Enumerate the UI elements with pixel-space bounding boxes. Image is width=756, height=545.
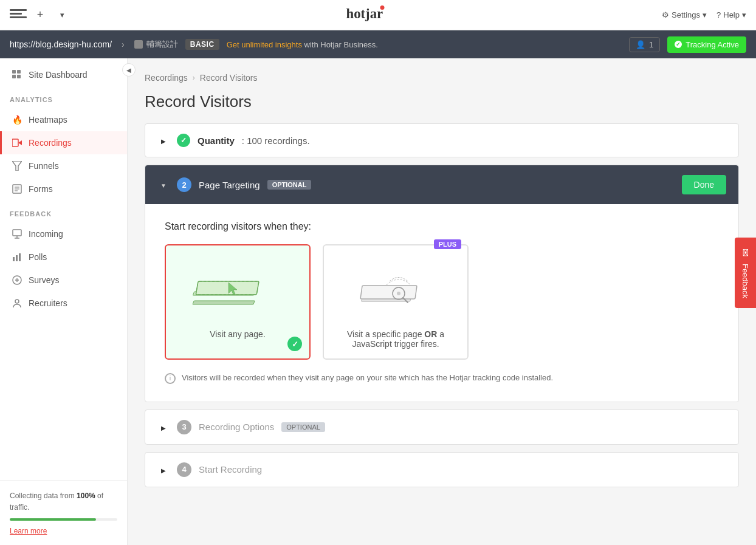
feedback-section-label: FEEDBACK [0, 201, 127, 222]
svg-marker-8 [12, 161, 22, 171]
optional-badge: OPTIONAL [267, 180, 312, 190]
help-button[interactable]: ? Help ▾ [716, 10, 746, 19]
sidebar-toggle[interactable]: ◀ [122, 63, 136, 77]
svg-rect-29 [360, 286, 417, 299]
visit-specific-option[interactable]: PLUS [323, 244, 469, 360]
sidebar-item-label: Funnels [29, 161, 59, 171]
page-targeting-toggle[interactable] [157, 179, 170, 191]
info-text: Visitors will be recorded when they visi… [182, 372, 553, 385]
recording-icon [12, 137, 22, 148]
breadcrumb: Recordings › Record Visitors [145, 73, 739, 83]
breadcrumb-current: Record Visitors [200, 73, 258, 83]
sidebar-item-recruiters[interactable]: Recruiters [0, 292, 127, 315]
settings-icon: ⚙ [662, 10, 669, 19]
breadcrumb-parent[interactable]: Recordings [145, 73, 188, 83]
feedback-tab[interactable]: ✉ Feedback [735, 237, 756, 307]
svg-rect-4 [12, 75, 16, 78]
sidebar-item-recordings[interactable]: Recordings [0, 131, 127, 154]
targeting-options: Visit any page. ✓ PLUS [165, 244, 719, 360]
recording-options-title: Recording Options [199, 422, 274, 432]
main-content: Recordings › Record Visitors Record Visi… [128, 58, 756, 545]
sidebar-item-incoming[interactable]: Incoming [0, 222, 127, 245]
visit-specific-label: Visit a specific page OR a JavaScript tr… [334, 329, 458, 349]
start-recording-title: Start Recording [199, 464, 262, 475]
site-label: 輔籌設計 [134, 39, 178, 50]
info-row: i Visitors will be recorded when they vi… [165, 372, 719, 385]
quantity-toggle[interactable] [157, 134, 170, 146]
targeting-content: Start recording visitors when they: [145, 204, 738, 402]
upgrade-text: Get unlimited insights with Hotjar Busin… [227, 39, 378, 49]
sidebar-item-site-dashboard[interactable]: Site Dashboard [0, 63, 127, 86]
page-title: Record Visitors [145, 92, 739, 111]
svg-marker-7 [18, 140, 22, 145]
flame-icon: 🔥 [12, 114, 22, 125]
breadcrumb-arrow-icon: › [193, 74, 195, 82]
quantity-header[interactable]: ✓ Quantity : 100 recordings. [145, 124, 738, 157]
sidebar-item-label: Polls [29, 252, 47, 262]
plus-badge: PLUS [434, 239, 461, 249]
recording-options-header[interactable]: 3 Recording Options OPTIONAL [145, 410, 738, 444]
tracking-badge: Tracking Active [667, 36, 746, 53]
page-targeting-header[interactable]: 2 Page Targeting OPTIONAL Done [145, 165, 738, 204]
sidebar-item-label: Heatmaps [29, 115, 67, 125]
top-nav: + ▾ hotjar ⚙ Settings ▾ ? Help ▾ [0, 0, 756, 30]
sidebar-item-heatmaps[interactable]: 🔥 Heatmaps [0, 108, 127, 131]
svg-rect-5 [17, 75, 21, 78]
svg-point-22 [15, 300, 19, 303]
url-bar: https://blog.design-hu.com/ › 輔籌設計 BASIC… [0, 30, 756, 58]
start-recording-header[interactable]: 4 Start Recording [145, 453, 738, 487]
page-targeting-title: Page Targeting [199, 180, 260, 190]
visit-any-check-icon: ✓ [287, 337, 302, 351]
site-icon [134, 40, 143, 49]
start-recording-toggle[interactable] [157, 464, 170, 476]
sidebar-item-label: Site Dashboard [29, 70, 88, 80]
step-num-4: 4 [177, 462, 191, 477]
visit-any-option[interactable]: Visit any page. ✓ [165, 244, 311, 360]
traffic-bar-fill [10, 518, 96, 521]
quantity-value: : 100 recordings. [242, 135, 310, 146]
svg-point-31 [397, 292, 400, 295]
svg-rect-25 [196, 281, 259, 295]
tracking-dot-icon [675, 41, 682, 48]
sidebar-item-surveys[interactable]: Surveys [0, 269, 127, 292]
sidebar-item-label: Recruiters [29, 298, 67, 308]
start-recording-section: 4 Start Recording [145, 452, 739, 487]
sidebar-item-label: Surveys [29, 275, 60, 285]
collecting-text: Collecting data from 100% of traffic. [10, 490, 117, 513]
analytics-section-label: ANALYTICS [0, 86, 127, 108]
sidebar-item-forms[interactable]: Forms [0, 177, 127, 201]
done-button[interactable]: Done [682, 175, 726, 194]
visit-specific-illustration [334, 255, 458, 322]
dashboard-grid-icon[interactable] [10, 9, 27, 21]
svg-rect-16 [13, 257, 15, 261]
upgrade-link[interactable]: Get unlimited insights [227, 40, 302, 49]
plan-badge: BASIC [185, 39, 219, 50]
top-nav-right: ⚙ Settings ▾ ? Help ▾ [662, 10, 746, 19]
recording-options-toggle[interactable] [157, 421, 170, 433]
sidebar-item-polls[interactable]: Polls [0, 245, 127, 269]
sidebar: ◀ Site Dashboard ANALYTICS 🔥 Heatmaps Re… [0, 58, 128, 545]
add-button[interactable]: + [32, 7, 49, 24]
recording-options-section: 3 Recording Options OPTIONAL [145, 410, 739, 445]
info-icon: i [165, 373, 176, 384]
quantity-section: ✓ Quantity : 100 recordings. [145, 123, 739, 157]
url-arrow: › [122, 39, 125, 49]
dropdown-arrow[interactable]: ▾ [53, 7, 70, 24]
svg-text:hotjar: hotjar [346, 6, 383, 21]
svg-rect-3 [17, 70, 21, 74]
users-icon: 👤 [636, 40, 645, 49]
chevron-right-icon-3 [161, 422, 166, 432]
step-num-3: 3 [177, 420, 191, 434]
svg-point-1 [380, 5, 385, 10]
page-targeting-section: 2 Page Targeting OPTIONAL Done Start rec… [145, 165, 739, 402]
incoming-icon [12, 228, 22, 239]
chevron-right-icon [161, 135, 166, 145]
feedback-icon: ✉ [740, 247, 751, 258]
users-button[interactable]: 👤 1 [629, 37, 660, 52]
traffic-bar-bg [10, 518, 117, 521]
sidebar-item-funnels[interactable]: Funnels [0, 154, 127, 177]
help-icon: ? [716, 10, 721, 19]
svg-rect-17 [16, 255, 18, 261]
settings-button[interactable]: ⚙ Settings ▾ [662, 10, 707, 19]
learn-more-link[interactable]: Learn more [10, 527, 47, 535]
